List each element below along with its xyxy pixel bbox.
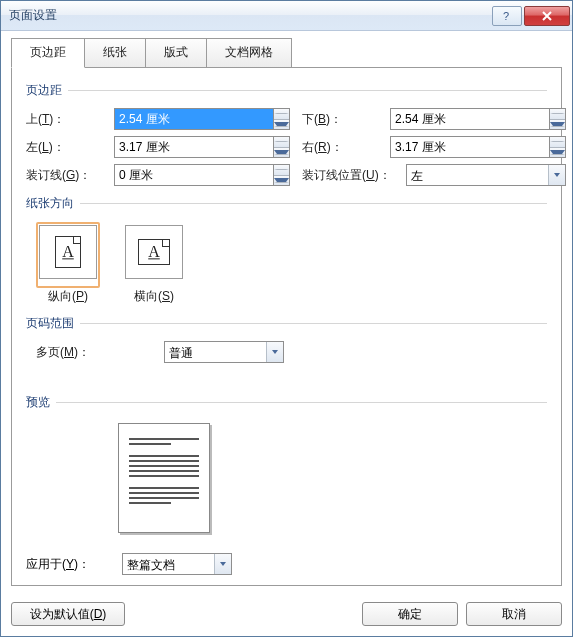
group-margins: 页边距 (26, 82, 547, 99)
chevron-down-icon (550, 122, 565, 127)
landscape-thumb: A (125, 225, 183, 279)
tab-panel-margins: 页边距 上(T)： 下(B)： (11, 67, 562, 586)
dialog-title: 页面设置 (9, 7, 490, 24)
combo-button[interactable] (548, 165, 565, 185)
spin-left[interactable] (114, 136, 290, 158)
spin-up[interactable] (274, 165, 289, 176)
chevron-up-icon (550, 141, 565, 142)
cancel-button[interactable]: 取消 (466, 602, 562, 626)
field-multipage: 多页(M)： 普通 (36, 341, 547, 363)
chevron-up-icon (274, 113, 289, 114)
portrait-label: 纵向(P) (36, 288, 100, 305)
tab-margins[interactable]: 页边距 (11, 38, 85, 68)
preview-page (118, 423, 210, 533)
field-top: 上(T)： (26, 108, 290, 130)
dialog-body: 页边距 纸张 版式 文档网格 页边距 上(T)： 下(B)： (1, 31, 572, 594)
help-icon: ? (502, 10, 512, 22)
orientation-row: A 纵向(P) A 横向(S) (36, 222, 547, 305)
input-left[interactable] (114, 136, 273, 158)
chevron-up-icon (274, 141, 289, 142)
close-icon (541, 11, 553, 21)
label-left: 左(L)： (26, 139, 114, 156)
margins-grid: 上(T)： 下(B)： 左(L)： (26, 105, 547, 189)
combo-apply-to-value: 整篇文档 (123, 554, 214, 574)
set-default-button[interactable]: 设为默认值(D) (11, 602, 125, 626)
field-right: 右(R)： (302, 136, 566, 158)
tab-layout[interactable]: 版式 (145, 38, 207, 68)
help-button[interactable]: ? (492, 6, 522, 26)
portrait-thumb: A (39, 225, 97, 279)
apply-to-row: 应用于(Y)： 整篇文档 (26, 553, 547, 575)
chevron-down-icon (274, 178, 289, 183)
spin-up[interactable] (274, 109, 289, 120)
spin-gutter[interactable] (114, 164, 290, 186)
field-gutter-pos: 装订线位置(U)： 左 (302, 164, 566, 186)
combo-multipage-value: 普通 (165, 342, 266, 362)
combo-gutter-pos[interactable]: 左 (406, 164, 566, 186)
input-gutter[interactable] (114, 164, 273, 186)
spin-down[interactable] (274, 148, 289, 158)
field-gutter: 装订线(G)： (26, 164, 290, 186)
combo-button[interactable] (214, 554, 231, 574)
spin-bottom[interactable] (390, 108, 566, 130)
tab-paper[interactable]: 纸张 (84, 38, 146, 68)
spin-down[interactable] (274, 120, 289, 130)
titlebar: 页面设置 ? (1, 1, 572, 31)
label-apply-to: 应用于(Y)： (26, 556, 114, 573)
spin-down[interactable] (274, 176, 289, 186)
svg-text:?: ? (503, 10, 509, 22)
chevron-up-icon (550, 113, 565, 114)
field-left: 左(L)： (26, 136, 290, 158)
orientation-portrait[interactable]: A 纵向(P) (36, 222, 100, 305)
label-top: 上(T)： (26, 111, 114, 128)
chevron-up-icon (274, 169, 289, 170)
chevron-down-icon (274, 150, 289, 155)
spin-up[interactable] (550, 137, 565, 148)
page-setup-dialog: 页面设置 ? 页边距 纸张 版式 文档网格 页边距 上(T)： (0, 0, 573, 637)
spin-up[interactable] (274, 137, 289, 148)
spin-top[interactable] (114, 108, 290, 130)
group-page-range: 页码范围 (26, 315, 547, 332)
combo-button[interactable] (266, 342, 283, 362)
chevron-down-icon (272, 350, 278, 354)
dialog-footer: 设为默认值(D) 确定 取消 (1, 594, 572, 636)
page-landscape-icon: A (138, 239, 170, 265)
tab-strip: 页边距 纸张 版式 文档网格 (11, 37, 562, 67)
chevron-down-icon (550, 150, 565, 155)
combo-gutter-pos-value: 左 (407, 165, 548, 185)
spin-right[interactable] (390, 136, 566, 158)
group-orientation: 纸张方向 (26, 195, 547, 212)
combo-multipage[interactable]: 普通 (164, 341, 284, 363)
input-right[interactable] (390, 136, 549, 158)
close-button[interactable] (524, 6, 570, 26)
orientation-landscape[interactable]: A 横向(S) (122, 222, 186, 305)
page-portrait-icon: A (55, 236, 81, 268)
combo-apply-to[interactable]: 整篇文档 (122, 553, 232, 575)
landscape-label: 横向(S) (122, 288, 186, 305)
chevron-down-icon (220, 562, 226, 566)
tab-document-grid[interactable]: 文档网格 (206, 38, 292, 68)
label-multipage: 多页(M)： (36, 344, 124, 361)
label-gutter-pos: 装订线位置(U)： (302, 167, 406, 184)
group-preview: 预览 (26, 394, 547, 411)
label-right: 右(R)： (302, 139, 390, 156)
spin-down[interactable] (550, 120, 565, 130)
spin-down[interactable] (550, 148, 565, 158)
field-bottom: 下(B)： (302, 108, 566, 130)
ok-button[interactable]: 确定 (362, 602, 458, 626)
chevron-down-icon (554, 173, 560, 177)
input-bottom[interactable] (390, 108, 549, 130)
input-top[interactable] (114, 108, 273, 130)
spin-up[interactable] (550, 109, 565, 120)
chevron-down-icon (274, 122, 289, 127)
label-gutter: 装订线(G)： (26, 167, 114, 184)
label-bottom: 下(B)： (302, 111, 390, 128)
